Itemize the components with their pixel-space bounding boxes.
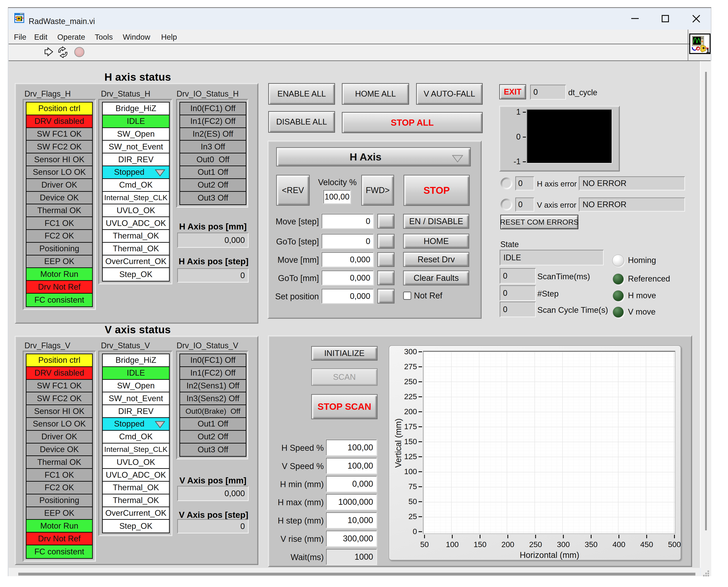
svg-text:1: 1 (706, 47, 710, 54)
